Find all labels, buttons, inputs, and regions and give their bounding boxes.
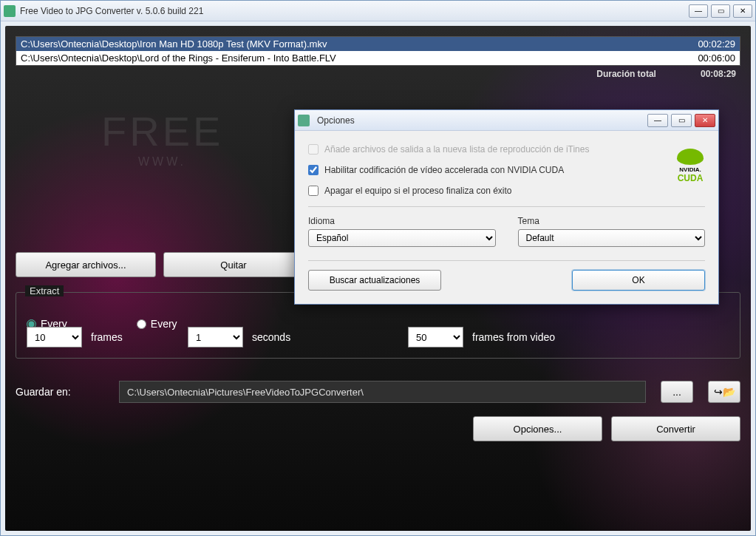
itunes-checkbox-row: Añade archivos de salida a la nueva list… — [308, 144, 705, 155]
bottom-buttons: Opciones... Convertir — [16, 416, 740, 441]
nvidia-cuda-logo: NVIDIA. CUDA — [677, 149, 704, 183]
file-duration: 00:02:29 — [684, 38, 735, 50]
dialog-maximize-button[interactable]: ▭ — [671, 114, 692, 127]
nvidia-eye-icon — [677, 149, 704, 165]
dialog-icon — [298, 115, 310, 126]
main-titlebar: Free Video to JPG Converter v. 5.0.6 bui… — [1, 1, 755, 21]
browse-button[interactable]: ... — [661, 381, 693, 403]
open-folder-button[interactable]: ↪📂 — [708, 381, 740, 403]
brand-url: WWW. — [138, 155, 186, 169]
file-path: C:\Users\Ontecnia\Desktop\Iron Man HD 10… — [21, 38, 684, 50]
seconds-combo[interactable]: 1 — [188, 327, 243, 347]
total-unit: frames from video — [472, 331, 555, 343]
add-files-button[interactable]: Agregar archivos... — [16, 252, 156, 277]
itunes-checkbox — [308, 144, 319, 155]
dialog-body: Añade archivos de salida a la nueva list… — [295, 131, 718, 304]
convert-button[interactable]: Convertir — [611, 416, 740, 441]
total-value: 00:08:29 — [701, 69, 736, 79]
dialog-controls: — ▭ ✕ — [647, 114, 715, 127]
divider — [308, 260, 705, 261]
shutdown-checkbox-row[interactable]: Apagar el equipo si el proceso finaliza … — [308, 186, 705, 196]
remove-button[interactable]: Quitar — [163, 252, 304, 277]
file-row[interactable]: C:\Users\Ontecnia\Desktop\Lord of the Ri… — [16, 51, 740, 65]
total-duration-row: Duración total 00:08:29 — [16, 66, 740, 82]
total-frames-combo[interactable]: 50 — [408, 327, 463, 347]
save-path-input[interactable] — [119, 381, 646, 403]
check-updates-button[interactable]: Buscar actualizaciones — [308, 270, 441, 291]
file-duration: 00:06:00 — [684, 52, 735, 64]
language-label: Idioma — [308, 216, 496, 226]
options-button[interactable]: Opciones... — [473, 416, 602, 441]
cuda-checkbox-row[interactable]: Habilitar codificación de vídeo accelera… — [308, 165, 705, 175]
theme-select[interactable]: Default — [518, 229, 706, 247]
theme-column: Tema Default — [518, 216, 706, 247]
save-row: Guardar en: ... ↪📂 — [16, 381, 740, 403]
language-column: Idioma Español — [308, 216, 496, 247]
seconds-unit: seconds — [252, 331, 290, 343]
theme-label: Tema — [518, 216, 706, 226]
save-label: Guardar en: — [16, 386, 104, 398]
window-controls: — ▭ ✕ — [689, 4, 752, 18]
file-path: C:\Users\Ontecnia\Desktop\Lord of the Ri… — [21, 52, 684, 64]
window-title: Free Video to JPG Converter v. 5.0.6 bui… — [20, 6, 689, 16]
dialog-actions: Buscar actualizaciones OK — [308, 270, 705, 291]
options-dialog: Opciones — ▭ ✕ Añade archivos de salida … — [294, 109, 719, 305]
maximize-button[interactable]: ▭ — [711, 4, 730, 18]
total-label: Duración total — [596, 69, 656, 79]
brand-watermark: FREE — [101, 107, 223, 155]
open-folder-icon: ↪📂 — [714, 386, 735, 398]
frames-combo[interactable]: 10 — [27, 327, 82, 347]
frames-unit: frames — [91, 331, 123, 343]
app-icon — [4, 5, 16, 17]
divider — [308, 206, 705, 207]
shutdown-checkbox[interactable] — [308, 186, 319, 196]
file-list[interactable]: C:\Users\Ontecnia\Desktop\Iron Man HD 10… — [16, 36, 740, 66]
cuda-checkbox[interactable] — [308, 165, 319, 175]
close-button[interactable]: ✕ — [733, 4, 752, 18]
dialog-minimize-button[interactable]: — — [647, 114, 668, 127]
dialog-settings-row: Idioma Español Tema Default — [308, 216, 705, 247]
dialog-titlebar[interactable]: Opciones — ▭ ✕ — [295, 110, 718, 131]
dialog-title: Opciones — [317, 115, 647, 126]
dialog-close-button[interactable]: ✕ — [695, 114, 715, 127]
language-select[interactable]: Español — [308, 229, 496, 247]
file-row[interactable]: C:\Users\Ontecnia\Desktop\Iron Man HD 10… — [16, 37, 740, 51]
extract-legend: Extract — [25, 285, 64, 296]
radio-every-seconds[interactable]: Every — [137, 318, 177, 330]
radio-seconds-input[interactable] — [137, 319, 146, 329]
ok-button[interactable]: OK — [572, 270, 705, 291]
minimize-button[interactable]: — — [689, 4, 708, 18]
